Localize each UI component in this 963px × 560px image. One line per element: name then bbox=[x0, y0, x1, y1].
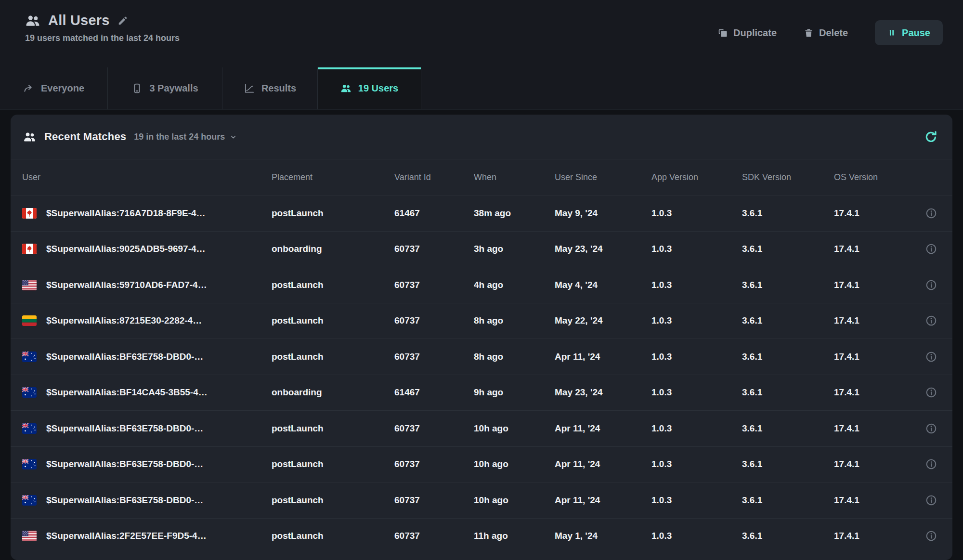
table-row[interactable]: $SuperwallAlias:BF63E758-DBD0-… postLaun… bbox=[11, 410, 952, 446]
share-icon bbox=[23, 83, 34, 94]
usa-flag-icon bbox=[22, 531, 37, 541]
recent-matches-card: Recent Matches 19 in the last 24 hours U… bbox=[11, 115, 952, 560]
info-icon[interactable] bbox=[925, 207, 937, 220]
column-header: User bbox=[22, 172, 272, 182]
duplicate-button[interactable]: Duplicate bbox=[718, 27, 777, 39]
australia-flag-icon bbox=[22, 352, 37, 362]
campaign-header: All Users 19 users matched in the last 2… bbox=[0, 0, 963, 67]
when-cell: 3h ago bbox=[474, 244, 555, 254]
variant-id-cell: 60737 bbox=[394, 495, 474, 506]
os-version-cell: 17.4.1 bbox=[834, 387, 922, 398]
table-body: $SuperwallAlias:716A7D18-8F9E-4… postLau… bbox=[11, 195, 952, 554]
table-row[interactable]: $SuperwallAlias:BF63E758-DBD0-… postLaun… bbox=[11, 339, 952, 375]
placement-cell: postLaunch bbox=[272, 531, 394, 541]
tab-results[interactable]: Results bbox=[222, 67, 318, 109]
edit-pencil-icon[interactable] bbox=[117, 15, 128, 26]
app-version-cell: 1.0.3 bbox=[651, 423, 742, 434]
info-icon[interactable] bbox=[925, 279, 937, 291]
app-version-cell: 1.0.3 bbox=[651, 531, 742, 541]
user-alias: $SuperwallAlias:BF63E758-DBD0-… bbox=[46, 352, 203, 362]
info-icon[interactable] bbox=[925, 314, 937, 327]
table-row[interactable]: $SuperwallAlias:BF14CA45-3B55-4… onboard… bbox=[11, 375, 952, 411]
when-cell: 11h ago bbox=[474, 531, 555, 541]
user-since-cell: Apr 11, '24 bbox=[555, 495, 651, 506]
users-icon bbox=[25, 13, 40, 28]
placement-cell: postLaunch bbox=[272, 280, 394, 290]
when-cell: 8h ago bbox=[474, 352, 555, 362]
range-dropdown[interactable]: 19 in the last 24 hours bbox=[134, 132, 237, 142]
variant-id-cell: 60737 bbox=[394, 531, 474, 541]
variant-id-cell: 60737 bbox=[394, 352, 474, 362]
table-row[interactable]: $SuperwallAlias:BF63E758-DBD0-… postLaun… bbox=[11, 482, 952, 518]
column-header: When bbox=[474, 172, 555, 182]
trash-icon bbox=[804, 28, 814, 38]
os-version-cell: 17.4.1 bbox=[834, 531, 922, 541]
table-row[interactable]: $SuperwallAlias:9025ADB5-9697-4… onboard… bbox=[11, 231, 952, 267]
tab-3-paywalls[interactable]: 3 Paywalls bbox=[108, 67, 222, 109]
sdk-version-cell: 3.6.1 bbox=[742, 531, 834, 541]
info-icon[interactable] bbox=[925, 351, 937, 363]
variant-id-cell: 60737 bbox=[394, 423, 474, 434]
os-version-cell: 17.4.1 bbox=[834, 315, 922, 326]
info-icon[interactable] bbox=[925, 458, 937, 470]
placement-cell: postLaunch bbox=[272, 352, 394, 362]
user-since-cell: May 22, '24 bbox=[555, 315, 651, 326]
user-alias: $SuperwallAlias:BF63E758-DBD0-… bbox=[46, 423, 203, 434]
when-cell: 9h ago bbox=[474, 387, 555, 398]
user-since-cell: May 1, '24 bbox=[555, 531, 651, 541]
refresh-icon bbox=[924, 130, 938, 144]
user-alias: $SuperwallAlias:59710AD6-FAD7-4… bbox=[46, 280, 207, 290]
user-since-cell: Apr 11, '24 bbox=[555, 423, 651, 434]
table-row[interactable]: $SuperwallAlias:87215E30-2282-4… postLau… bbox=[11, 303, 952, 339]
sdk-version-cell: 3.6.1 bbox=[742, 315, 834, 326]
placement-cell: onboarding bbox=[272, 244, 394, 254]
card-title: Recent Matches bbox=[44, 130, 126, 143]
table-row[interactable]: $SuperwallAlias:BF63E758-DBD0-… postLaun… bbox=[11, 446, 952, 482]
refresh-button[interactable] bbox=[922, 128, 940, 146]
placement-cell: postLaunch bbox=[272, 315, 394, 326]
os-version-cell: 17.4.1 bbox=[834, 423, 922, 434]
table-row[interactable]: $SuperwallAlias:59710AD6-FAD7-4… postLau… bbox=[11, 267, 952, 303]
when-cell: 10h ago bbox=[474, 495, 555, 506]
os-version-cell: 17.4.1 bbox=[834, 244, 922, 254]
lithuania-flag-icon bbox=[22, 315, 37, 326]
placement-cell: postLaunch bbox=[272, 459, 394, 469]
os-version-cell: 17.4.1 bbox=[834, 208, 922, 219]
canada-flag-icon bbox=[22, 244, 37, 254]
user-alias: $SuperwallAlias:9025ADB5-9697-4… bbox=[46, 244, 206, 254]
range-label: 19 in the last 24 hours bbox=[134, 132, 225, 142]
table-row[interactable]: $SuperwallAlias:716A7D18-8F9E-4… postLau… bbox=[11, 195, 952, 231]
table-row[interactable]: $SuperwallAlias:2F2E57EE-F9D5-4… postLau… bbox=[11, 518, 952, 554]
info-icon[interactable] bbox=[925, 422, 937, 435]
users-icon bbox=[23, 130, 36, 143]
chart-icon bbox=[244, 83, 255, 94]
tab-19-users[interactable]: 19 Users bbox=[318, 67, 421, 109]
variant-id-cell: 60737 bbox=[394, 244, 474, 254]
pause-button[interactable]: Pause bbox=[875, 20, 943, 45]
variant-id-cell: 61467 bbox=[394, 387, 474, 398]
tab-everyone[interactable]: Everyone bbox=[0, 67, 108, 109]
delete-button[interactable]: Delete bbox=[804, 27, 848, 39]
main-area: Recent Matches 19 in the last 24 hours U… bbox=[0, 110, 963, 560]
sdk-version-cell: 3.6.1 bbox=[742, 280, 834, 290]
australia-flag-icon bbox=[22, 495, 37, 506]
when-cell: 4h ago bbox=[474, 280, 555, 290]
info-icon[interactable] bbox=[925, 530, 937, 542]
variant-id-cell: 60737 bbox=[394, 315, 474, 326]
variant-id-cell: 60737 bbox=[394, 280, 474, 290]
info-icon[interactable] bbox=[925, 386, 937, 399]
column-header: User Since bbox=[555, 172, 651, 182]
user-since-cell: May 9, '24 bbox=[555, 208, 651, 219]
sdk-version-cell: 3.6.1 bbox=[742, 423, 834, 434]
info-icon[interactable] bbox=[925, 494, 937, 507]
australia-flag-icon bbox=[22, 423, 37, 434]
sdk-version-cell: 3.6.1 bbox=[742, 387, 834, 398]
australia-flag-icon bbox=[22, 459, 37, 469]
pause-label: Pause bbox=[902, 27, 930, 39]
variant-id-cell: 61467 bbox=[394, 208, 474, 219]
duplicate-icon bbox=[718, 28, 728, 38]
info-icon[interactable] bbox=[925, 243, 937, 255]
os-version-cell: 17.4.1 bbox=[834, 495, 922, 506]
user-since-cell: May 23, '24 bbox=[555, 244, 651, 254]
pause-icon bbox=[887, 28, 896, 37]
